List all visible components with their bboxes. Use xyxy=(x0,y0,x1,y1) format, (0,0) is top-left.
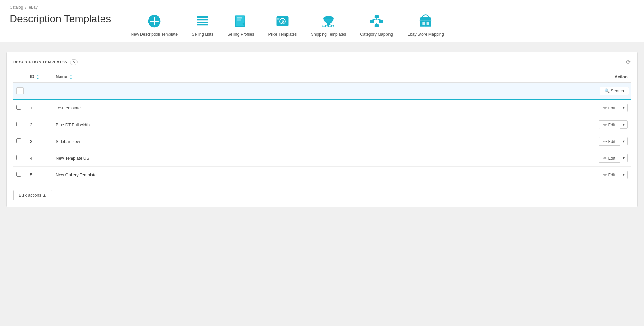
nav-item-selling-profiles[interactable]: Selling Profiles xyxy=(220,12,261,42)
profile-svg xyxy=(234,14,248,28)
id-sort-icons[interactable]: ▼ ▲ xyxy=(37,74,39,79)
svg-rect-6 xyxy=(197,24,208,25)
bulk-actions-button[interactable]: Bulk actions ▲ xyxy=(13,190,52,200)
filter-action-cell: 🔍 Search xyxy=(592,82,631,99)
store-svg xyxy=(418,14,433,28)
breadcrumb-separator: / xyxy=(25,5,26,10)
edit-btn-group: ✏ Edit ▾ xyxy=(595,137,628,146)
plus-circle-svg xyxy=(147,14,161,28)
col-header-action: Action xyxy=(592,71,631,82)
list-icon xyxy=(196,14,210,30)
id-sort-up[interactable]: ▲ xyxy=(37,77,39,79)
data-table: ID ▼ ▲ Name ▼ ▲ Action xyxy=(13,71,631,183)
table-count-badge: 5 xyxy=(70,59,78,65)
row-id: 5 xyxy=(27,166,53,183)
row-checkbox[interactable] xyxy=(16,105,21,110)
price-icon: $ xyxy=(275,14,290,30)
row-checkbox-cell xyxy=(13,116,27,133)
nav-label-selling-lists: Selling Lists xyxy=(192,32,213,37)
row-checkbox-cell xyxy=(13,166,27,183)
top-nav: New Description Template Selling Lists xyxy=(124,12,451,42)
edit-dropdown-button[interactable]: ▾ xyxy=(620,154,628,162)
category-svg xyxy=(370,14,384,28)
svg-rect-9 xyxy=(237,18,243,19)
table-title: DESCRIPTION TEMPLATES xyxy=(13,60,67,64)
list-svg xyxy=(196,14,210,28)
nav-item-price-templates[interactable]: $ Price Templates xyxy=(261,12,304,42)
filter-checkbox[interactable] xyxy=(16,87,24,94)
pencil-icon: ✏ xyxy=(603,172,607,177)
filter-id-cell xyxy=(27,82,53,99)
page-title: Description Templates xyxy=(10,13,111,31)
row-action-cell: ✏ Edit ▾ xyxy=(592,133,631,150)
row-checkbox[interactable] xyxy=(16,138,21,143)
chevron-down-icon: ▾ xyxy=(623,122,625,127)
edit-btn-group: ✏ Edit ▾ xyxy=(595,171,628,179)
pencil-icon: ✏ xyxy=(603,139,607,144)
nav-item-selling-lists[interactable]: Selling Lists xyxy=(185,12,220,42)
name-filter-input[interactable] xyxy=(56,87,589,95)
nav-label-shipping-templates: Shipping Templates xyxy=(311,32,346,37)
nav-item-shipping-templates[interactable]: Shipping Templates xyxy=(304,12,353,42)
chevron-down-icon: ▾ xyxy=(623,139,625,144)
row-checkbox[interactable] xyxy=(16,155,21,160)
breadcrumb-catalog[interactable]: Catalog xyxy=(10,5,23,10)
row-checkbox[interactable] xyxy=(16,172,21,177)
search-icon: 🔍 xyxy=(604,88,610,93)
main-content: DESCRIPTION TEMPLATES 5 ⟳ ID ▼ ▲ Name xyxy=(0,42,644,217)
name-sort-up[interactable]: ▲ xyxy=(70,77,72,79)
chevron-down-icon: ▾ xyxy=(623,172,625,177)
row-action-cell: ✏ Edit ▾ xyxy=(592,116,631,133)
nav-label-category-mapping: Category Mapping xyxy=(360,32,393,37)
nav-item-ebay-store-mapping[interactable]: Ebay Store Mapping xyxy=(400,12,451,42)
edit-button[interactable]: ✏ Edit xyxy=(599,171,620,179)
svg-rect-21 xyxy=(375,24,379,27)
filter-checkbox-cell xyxy=(13,82,27,99)
chevron-down-icon: ▾ xyxy=(623,156,625,160)
edit-button[interactable]: ✏ Edit xyxy=(599,137,620,146)
refresh-button[interactable]: ⟳ xyxy=(626,59,631,66)
svg-rect-18 xyxy=(375,15,379,18)
nav-item-new-description-template[interactable]: New Description Template xyxy=(124,12,185,42)
table-row: 5 New Gallery Template ✏ Edit ▾ xyxy=(13,166,631,183)
name-sort-icons[interactable]: ▼ ▲ xyxy=(70,74,72,79)
nav-label-selling-profiles: Selling Profiles xyxy=(227,32,254,37)
edit-button[interactable]: ✏ Edit xyxy=(599,120,620,129)
filter-row: 🔍 Search xyxy=(13,82,631,99)
svg-rect-15 xyxy=(277,18,279,19)
edit-button[interactable]: ✏ Edit xyxy=(599,154,620,163)
store-icon xyxy=(418,14,433,30)
row-action-cell: ✏ Edit ▾ xyxy=(592,99,631,116)
edit-dropdown-button[interactable]: ▾ xyxy=(620,120,628,129)
edit-dropdown-button[interactable]: ▾ xyxy=(620,171,628,179)
row-id: 4 xyxy=(27,150,53,166)
shipping-icon xyxy=(322,14,336,30)
pencil-icon: ✏ xyxy=(603,156,607,161)
row-checkbox[interactable] xyxy=(16,122,21,126)
svg-line-24 xyxy=(377,19,381,20)
shipping-svg xyxy=(322,14,336,28)
edit-dropdown-button[interactable]: ▾ xyxy=(620,104,628,112)
nav-label-price-templates: Price Templates xyxy=(268,32,297,37)
svg-rect-20 xyxy=(379,20,383,23)
svg-rect-3 xyxy=(197,16,208,18)
row-name: New Template US xyxy=(53,150,592,166)
edit-dropdown-button[interactable]: ▾ xyxy=(620,137,628,145)
col-header-name: Name ▼ ▲ xyxy=(53,71,592,82)
search-button[interactable]: 🔍 Search xyxy=(600,87,629,95)
col-header-check xyxy=(13,71,27,82)
row-name: New Gallery Template xyxy=(53,166,592,183)
svg-rect-10 xyxy=(237,20,241,21)
price-svg: $ xyxy=(275,14,290,28)
table-body: 1 Test template ✏ Edit ▾ 2 Blue DT Full … xyxy=(13,99,631,183)
row-action-cell: ✏ Edit ▾ xyxy=(592,150,631,166)
edit-button[interactable]: ✏ Edit xyxy=(599,104,620,112)
nav-item-category-mapping[interactable]: Category Mapping xyxy=(353,12,400,42)
row-checkbox-cell xyxy=(13,150,27,166)
row-name: Sidebar biew xyxy=(53,133,592,150)
chevron-down-icon: ▾ xyxy=(623,106,625,110)
col-header-id: ID ▼ ▲ xyxy=(27,71,53,82)
row-id: 2 xyxy=(27,116,53,133)
breadcrumb-ebay[interactable]: eBay xyxy=(29,5,37,10)
pencil-icon: ✏ xyxy=(603,122,607,127)
